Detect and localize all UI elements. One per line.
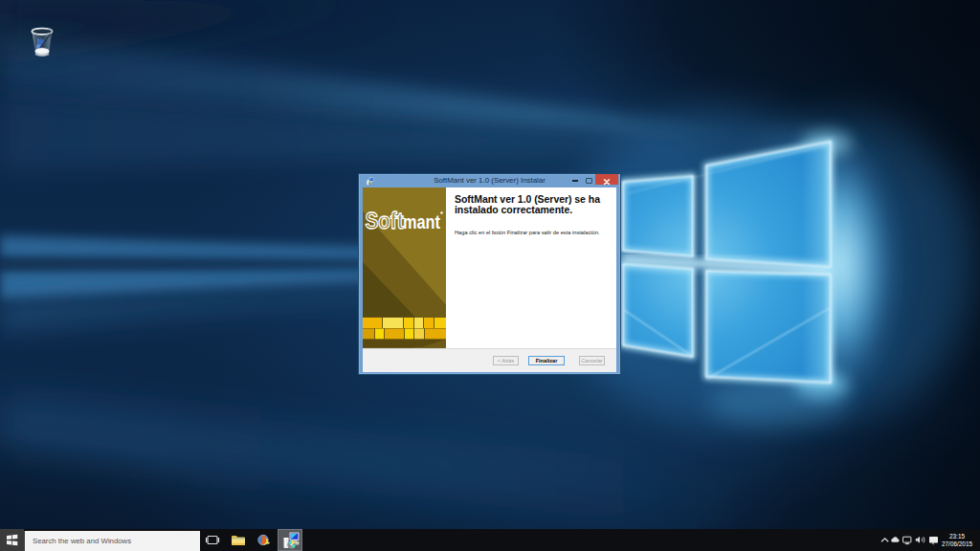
- svg-text:Soft: Soft: [366, 208, 404, 233]
- svg-text:mant: mant: [403, 210, 440, 232]
